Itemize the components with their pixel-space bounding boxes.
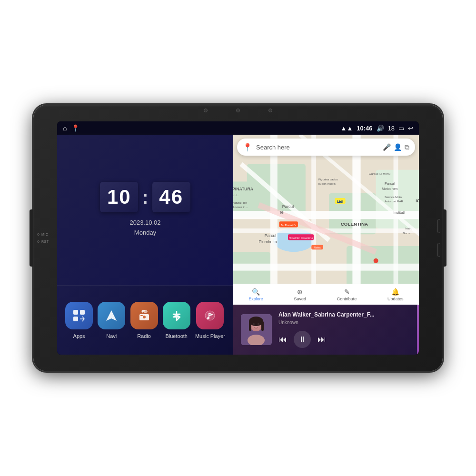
map-nav-updates[interactable]: 🔔 Updates — [387, 288, 404, 301]
volume-value: 18 — [388, 125, 395, 132]
music-artist: Unknown — [278, 320, 411, 325]
svg-text:COLENTINA: COLENTINA — [341, 221, 368, 227]
svg-rect-25 — [394, 135, 398, 305]
prev-button[interactable]: ⏮ — [278, 335, 287, 345]
svg-rect-2 — [73, 317, 78, 321]
svg-text:Instit.: Instit. — [405, 227, 412, 230]
map-search-bar[interactable]: 📍 Search here 🎤 👤 ⧉ — [237, 139, 415, 156]
car-head-unit: MIC RST ⌂ 📍 ▲▲ 10:46 🔊 18 ▭ ↩ — [33, 105, 443, 371]
apps-icon — [65, 302, 93, 329]
map-nav-contribute[interactable]: ✎ Contribute — [337, 288, 357, 301]
svg-text:ceara | Livrare in...: ceara | Livrare in... — [233, 205, 248, 208]
svg-text:ION C: ION C — [416, 198, 419, 203]
svg-rect-64 — [261, 321, 264, 331]
svg-text:Lidl: Lidl — [337, 199, 343, 204]
shortcut-bluetooth[interactable]: Bluetooth — [163, 302, 190, 339]
shortcut-apps[interactable]: Apps — [65, 302, 93, 339]
voice-search-icon[interactable]: 🎤 — [383, 143, 391, 151]
svg-text:APINATURA: APINATURA — [233, 187, 253, 191]
svg-text:McDonald's: McDonald's — [281, 223, 296, 227]
map-bottom-nav: 🔍 Explore ⊕ Saved ✎ Contribute 🔔 — [233, 284, 419, 305]
volume-icon: 🔊 — [377, 125, 384, 132]
main-screen: ⌂ 📍 ▲▲ 10:46 🔊 18 ▭ ↩ 10 — [57, 121, 419, 355]
maps-icon[interactable]: 📍 — [71, 124, 79, 132]
svg-rect-21 — [233, 264, 419, 271]
svg-text:Institutl: Institutl — [394, 210, 405, 215]
next-button[interactable]: ⏭ — [317, 335, 326, 345]
clock-hour: 10 — [100, 182, 138, 212]
svg-text:Autorizat RAR: Autorizat RAR — [385, 199, 403, 203]
mic-label: MIC — [37, 233, 49, 236]
home-icon[interactable]: ⌂ — [63, 124, 67, 132]
svg-point-67 — [258, 323, 259, 326]
clock-colon: : — [142, 187, 148, 208]
layers-icon[interactable]: ⧉ — [405, 143, 409, 151]
right-panel: APINATURA APICOLE COLENTINA Parcul Tei P… — [233, 135, 419, 355]
screw-center — [236, 109, 240, 112]
music-icon — [196, 302, 224, 329]
bluetooth-label: Bluetooth — [165, 333, 187, 339]
svg-rect-1 — [80, 310, 85, 315]
map-nav-explore[interactable]: 🔍 Explore — [248, 288, 263, 301]
radio-icon: FM — [130, 302, 158, 329]
map-area[interactable]: APINATURA APICOLE COLENTINA Parcul Tei P… — [233, 135, 419, 305]
rst-label: RST — [37, 240, 49, 243]
play-pause-button[interactable]: ⏸ — [294, 331, 311, 348]
back-icon[interactable]: ↩ — [408, 125, 413, 132]
clock-widget: 10 : 46 2023.10.02 Monday — [57, 135, 233, 286]
svg-text:Parcul: Parcul — [265, 233, 276, 238]
clock-display: 10 : 46 — [100, 182, 190, 212]
svg-text:Tei: Tei — [279, 210, 285, 215]
svg-point-58 — [374, 258, 378, 263]
svg-rect-23 — [311, 135, 316, 305]
music-player: Alan Walker_Sabrina Carpenter_F... Unkno… — [233, 305, 419, 355]
right-brackets — [437, 219, 440, 257]
wifi-icon: ▲▲ — [341, 125, 353, 132]
side-labels: MIC RST — [37, 233, 49, 243]
svg-rect-0 — [73, 310, 78, 315]
shortcut-music[interactable]: Music Player — [195, 302, 225, 339]
svg-text:Bucur...: Bucur... — [403, 231, 413, 235]
svg-rect-24 — [352, 135, 360, 305]
screw-right — [268, 109, 272, 112]
svg-rect-22 — [270, 135, 278, 305]
shortcut-navi[interactable]: Navi — [98, 302, 125, 339]
svg-text:Figurina cadou: Figurina cadou — [318, 178, 338, 181]
left-panel: 10 : 46 2023.10.02 Monday — [57, 135, 233, 355]
svg-text:Plumbuita: Plumbuita — [258, 239, 277, 244]
bracket-top — [437, 219, 440, 233]
main-content: 10 : 46 2023.10.02 Monday — [57, 135, 419, 355]
navi-label: Navi — [106, 333, 117, 339]
status-left: ⌂ 📍 — [63, 124, 79, 132]
apps-label: Apps — [73, 333, 85, 339]
svg-marker-3 — [106, 310, 117, 321]
svg-text:Parcul: Parcul — [385, 181, 395, 186]
svg-text:Roka: Roka — [314, 246, 321, 249]
status-time: 10:46 — [357, 125, 372, 132]
svg-rect-63 — [249, 321, 251, 331]
bracket-bottom — [437, 243, 440, 257]
svg-text:Faguri naturali din: Faguri naturali din — [233, 201, 247, 204]
svg-text:Motodrom: Motodrom — [382, 187, 397, 191]
account-icon[interactable]: 👤 — [394, 143, 402, 151]
status-bar: ⌂ 📍 ▲▲ 10:46 🔊 18 ▭ ↩ — [57, 121, 419, 135]
clock-date: 2023.10.02 Monday — [129, 218, 160, 238]
svg-rect-6 — [140, 315, 143, 316]
bluetooth-icon — [163, 302, 190, 329]
maps-search-pin: 📍 — [243, 143, 252, 152]
map-nav-saved[interactable]: ⊕ Saved — [294, 288, 307, 301]
album-art — [241, 314, 272, 345]
svg-text:APICOLE: APICOLE — [233, 193, 239, 197]
map-search-text: Search here — [256, 144, 379, 151]
music-right-edge — [417, 305, 419, 355]
status-right: ▲▲ 10:46 🔊 18 ▭ ↩ — [341, 125, 413, 132]
music-player-label: Music Player — [195, 333, 225, 339]
clock-minute: 46 — [152, 182, 190, 212]
top-detail — [204, 109, 272, 112]
svg-point-66 — [253, 323, 255, 326]
svg-point-5 — [143, 316, 146, 318]
shortcut-radio[interactable]: FM Radio — [130, 302, 158, 339]
music-info: Alan Walker_Sabrina Carpenter_F... Unkno… — [278, 311, 411, 348]
svg-point-10 — [207, 317, 209, 319]
radio-label: Radio — [137, 333, 151, 339]
